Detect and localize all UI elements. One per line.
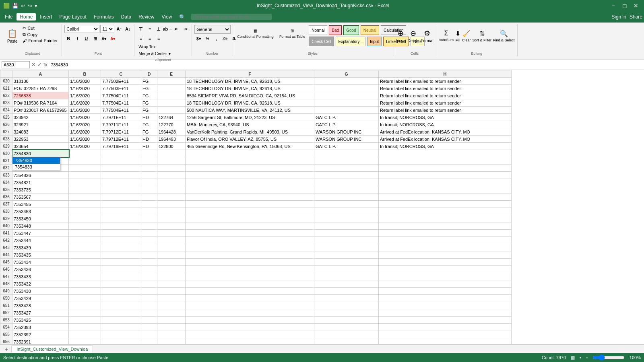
redo-icon[interactable]: ↪ xyxy=(28,3,32,9)
menu-view[interactable]: View xyxy=(159,13,175,21)
style-input[interactable]: Input xyxy=(367,37,382,46)
cell[interactable]: 7.79712E+11 xyxy=(101,128,141,136)
increase-decimal-button[interactable]: .0+ xyxy=(221,35,229,43)
sort-filter-button[interactable]: ⇅ Sort & Filter xyxy=(472,30,491,42)
cell[interactable] xyxy=(141,324,157,331)
delete-button[interactable]: ⊖ Delete xyxy=(407,29,419,43)
style-explanatory[interactable]: Explanatory... xyxy=(336,37,365,46)
cell[interactable] xyxy=(314,259,379,266)
cell[interactable] xyxy=(69,244,101,251)
cell[interactable] xyxy=(314,266,379,273)
cell[interactable] xyxy=(141,208,157,215)
cell[interactable]: 7353567 xyxy=(12,193,69,201)
cell[interactable]: 7353430 xyxy=(12,288,69,295)
cell[interactable] xyxy=(141,172,157,179)
cell[interactable] xyxy=(101,237,141,244)
row-header[interactable]: 643 xyxy=(0,244,12,251)
cell[interactable] xyxy=(101,317,141,324)
cell[interactable] xyxy=(379,295,512,302)
cell[interactable]: 7.77504E+11 xyxy=(101,99,141,107)
cell[interactable]: 7353435 xyxy=(12,251,69,259)
orientation-button[interactable]: ab→ xyxy=(163,25,171,33)
style-neutral[interactable]: Neutral xyxy=(361,25,379,35)
cell[interactable] xyxy=(141,150,157,157)
cell[interactable] xyxy=(314,338,379,345)
font-name-select[interactable]: Calibri xyxy=(64,25,99,33)
cell[interactable]: 7353425 xyxy=(12,317,69,324)
cell[interactable] xyxy=(157,107,186,114)
cell[interactable] xyxy=(314,85,379,92)
cell[interactable]: 8534 SIEMPRE VIVA RD, SAN DIEGO, CA, 921… xyxy=(186,92,314,99)
cell[interactable] xyxy=(101,295,141,302)
cell[interactable] xyxy=(101,280,141,288)
cell[interactable] xyxy=(186,309,314,317)
row-header[interactable]: 621 xyxy=(0,85,12,92)
formula-input[interactable] xyxy=(49,62,642,68)
sign-in-button[interactable]: Sign in xyxy=(611,14,626,20)
align-center-button[interactable]: ≡ xyxy=(146,35,154,43)
bold-button[interactable]: B xyxy=(64,35,72,43)
row-header[interactable]: 631 xyxy=(0,157,12,165)
confirm-icon[interactable]: ✓ xyxy=(37,62,42,68)
row-header[interactable]: 644 xyxy=(0,251,12,259)
cell[interactable] xyxy=(157,78,186,85)
italic-button[interactable]: I xyxy=(73,35,81,43)
cell[interactable] xyxy=(141,244,157,251)
clear-button[interactable]: 🧹 Clear xyxy=(462,30,471,42)
cell[interactable] xyxy=(314,92,379,99)
style-good[interactable]: Good xyxy=(343,25,359,35)
row-header[interactable]: 649 xyxy=(0,288,12,295)
cell[interactable]: 1/16/2020 xyxy=(69,99,101,107)
cell[interactable]: 7353427 xyxy=(12,309,69,317)
save-icon[interactable]: 💾 xyxy=(12,3,19,9)
cell[interactable]: 1964493 xyxy=(157,136,186,143)
col-header-a[interactable]: A xyxy=(12,70,69,78)
cell[interactable]: 7353450 xyxy=(12,215,69,222)
cell[interactable]: 7353428 xyxy=(12,302,69,309)
cell[interactable]: In transit; NORCROSS, GA xyxy=(379,143,512,150)
cell[interactable] xyxy=(157,237,186,244)
row-header[interactable]: 627 xyxy=(0,128,12,136)
menu-review[interactable]: Review xyxy=(135,13,157,21)
cell[interactable]: 7.79712E+11 xyxy=(101,136,141,143)
cell[interactable] xyxy=(101,165,141,172)
cell[interactable]: 122764 xyxy=(157,114,186,121)
cell[interactable] xyxy=(314,273,379,280)
cell[interactable] xyxy=(314,331,379,338)
cell[interactable]: 7353432 xyxy=(12,280,69,288)
cell[interactable] xyxy=(157,215,186,222)
insert-button[interactable]: ⊕ Insert xyxy=(396,29,406,43)
quick-access-toolbar[interactable]: 🟩 💾 ↩ ↪ ▾ xyxy=(3,3,37,9)
cell[interactable]: 7354830 xyxy=(12,150,69,157)
cell[interactable] xyxy=(186,186,314,193)
cell[interactable] xyxy=(314,107,379,114)
function-icon[interactable]: fx xyxy=(43,62,47,68)
cell[interactable]: HD xyxy=(141,114,157,121)
row-header[interactable]: 638 xyxy=(0,208,12,215)
cell[interactable]: FG xyxy=(141,78,157,85)
cell[interactable] xyxy=(157,186,186,193)
cell[interactable] xyxy=(157,244,186,251)
row-header[interactable]: 641 xyxy=(0,230,12,237)
cell[interactable] xyxy=(379,259,512,266)
cell[interactable]: 7354826 xyxy=(12,172,69,179)
cell[interactable] xyxy=(69,317,101,324)
cell[interactable] xyxy=(314,186,379,193)
cell[interactable] xyxy=(379,302,512,309)
cell[interactable] xyxy=(157,85,186,92)
cell[interactable] xyxy=(314,302,379,309)
align-left-button[interactable]: ≡ xyxy=(137,35,145,43)
cell[interactable] xyxy=(314,193,379,201)
cell[interactable] xyxy=(141,338,157,345)
cell[interactable] xyxy=(186,157,314,165)
cell[interactable]: 500 NAUTICA WAY, MARTINSVILLE, VA, 24112… xyxy=(186,107,314,114)
cell[interactable]: 7.7971E+11 xyxy=(101,114,141,121)
cell[interactable]: FG xyxy=(141,85,157,92)
cell[interactable] xyxy=(379,186,512,193)
col-header-d[interactable]: D xyxy=(141,70,157,78)
cell[interactable] xyxy=(379,280,512,288)
cell[interactable] xyxy=(69,237,101,244)
row-header[interactable]: 625 xyxy=(0,114,12,121)
cell[interactable]: 122800 xyxy=(157,143,186,150)
cell[interactable] xyxy=(186,179,314,186)
